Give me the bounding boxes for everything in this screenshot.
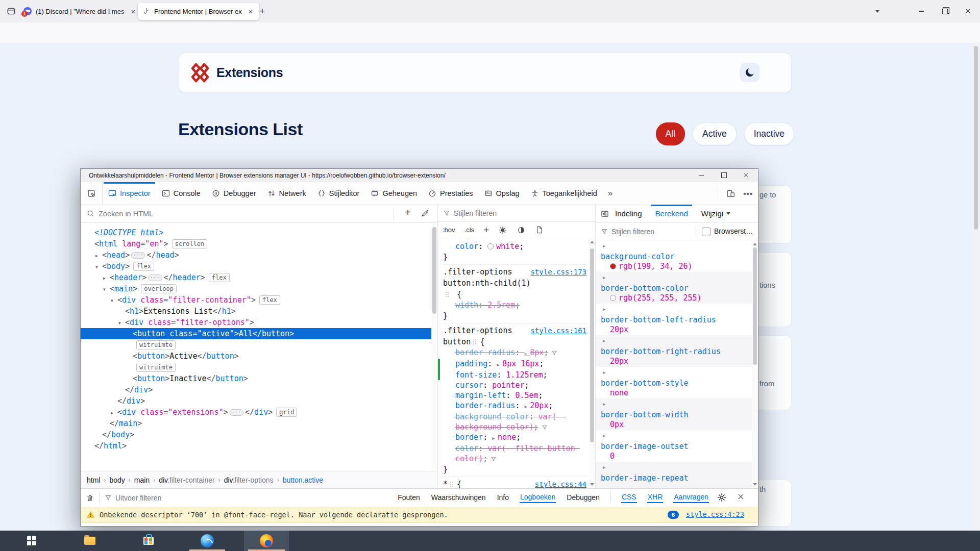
css-declaration[interactable]: margin-left: 0.5em; [443, 390, 586, 400]
breadcrumb-item[interactable]: main [134, 476, 150, 484]
dom-tree-line[interactable]: </main> [81, 418, 437, 429]
console-filter-xhr[interactable]: XHR [647, 492, 664, 503]
firefox-button[interactable] [244, 531, 289, 551]
file-explorer-button[interactable] [68, 531, 111, 551]
add-rule-icon[interactable]: + [479, 224, 494, 236]
tab-dropdown-caret-icon[interactable] [726, 212, 730, 215]
css-declaration[interactable]: color: var(--filter-button-​color); [443, 443, 586, 464]
markup-badge-witruimte[interactable]: witruimte [136, 363, 176, 372]
html-search-bar[interactable]: Zoeken in HTML + [81, 205, 437, 223]
overridden-filter-icon[interactable] [551, 350, 557, 356]
browser-tab-discord[interactable]: 1 (1) Discord | "Where did I mess × [19, 3, 142, 20]
dom-tree-line[interactable]: ▼<body>flex [81, 261, 437, 272]
filter-all-button[interactable]: All [656, 122, 685, 145]
computed-property[interactable]: ▶border-bottom-colorrgb(255, 255, 255) [596, 272, 752, 304]
css-declaration[interactable]: border-radius: ▶ 8px; [443, 347, 586, 359]
warning-source-link[interactable]: style.css:4:23 [686, 510, 744, 518]
warning-count-badge[interactable]: 6 [668, 511, 679, 519]
expand-twisty-icon[interactable]: ▶ [103, 273, 110, 284]
devtools-title-bar[interactable]: Ontwikkelaarshulpmiddelen - Frontend Men… [81, 169, 758, 183]
console-filter-debuggen[interactable]: Debuggen [566, 492, 600, 503]
css-declaration[interactable]: color: white; [443, 241, 586, 252]
computed-scrollbar[interactable] [752, 240, 758, 488]
filter-active-button[interactable]: Active [693, 122, 737, 145]
meatball-menu-icon[interactable]: ••• [743, 189, 753, 198]
breadcrumb-item[interactable]: div.filter-options [224, 476, 274, 484]
light-theme-sim-icon[interactable] [494, 226, 512, 234]
css-declaration[interactable]: cursor: pointer; [443, 380, 586, 390]
rule-drag-grip-icon[interactable] [450, 481, 455, 487]
console-filter-logboeken[interactable]: Logboeken [520, 492, 556, 503]
css-declaration[interactable]: border: ▶ none; [443, 432, 586, 443]
devtools-tab-netwerk[interactable]: Netwerk [262, 182, 312, 205]
expand-twisty-icon[interactable]: ▼ [103, 284, 110, 295]
eyedropper-icon[interactable] [421, 209, 429, 217]
pseudo-class-toggle[interactable]: :hov [438, 226, 460, 234]
dom-tree-line[interactable]: <button>Active</button> [81, 350, 437, 362]
computed-property[interactable]: ▶border-bottom-right-radius20px [596, 335, 752, 367]
dom-tree-line[interactable]: ▶<head>···</head> [81, 249, 437, 261]
stylesheet-link[interactable]: style.css:44 [535, 479, 586, 488]
window-minimize-button[interactable] [910, 0, 933, 22]
tab-wijzigingen[interactable]: Wijzigi [701, 205, 723, 223]
console-filter-aanvragen[interactable]: Aanvragen [673, 492, 709, 503]
sidebar-toggle-icon[interactable] [601, 210, 609, 218]
theme-toggle-button[interactable] [740, 63, 760, 82]
overridden-filter-icon[interactable] [542, 424, 548, 431]
rules-scrollbar[interactable] [589, 238, 595, 488]
styles-filter-bar[interactable]: Stijlen filteren [438, 205, 595, 222]
tabs-overflow-icon[interactable]: » [603, 182, 618, 205]
class-toggle[interactable]: .cls [460, 226, 479, 234]
computed-property[interactable]: ▶border-image-repeat [596, 462, 752, 488]
dom-tree-line[interactable]: ▶<header>···</header>flex [81, 272, 437, 283]
dom-tree-line[interactable]: <button>Inactive</button> [81, 373, 437, 384]
markup-badge-grid[interactable]: grid [276, 408, 297, 417]
dom-tree-line[interactable]: </div> [81, 384, 437, 395]
devtools-tab-toegankelijkheid[interactable]: Toegankelijkheid [525, 182, 603, 205]
inline-expander-icon[interactable]: ··· [230, 409, 243, 416]
expand-twisty-icon[interactable]: ▶ [111, 408, 117, 419]
dom-tree-line[interactable]: ▶<div class="extensions">···</div>grid [81, 407, 437, 418]
breadcrumb-item[interactable]: html [87, 476, 100, 484]
expand-twisty-icon[interactable]: ▼ [118, 318, 125, 329]
computed-property[interactable]: ▶border-bottom-left-radius20px [596, 304, 752, 335]
markup-badge-flex[interactable]: flex [259, 295, 280, 305]
thunderbird-button[interactable] [186, 531, 229, 551]
inline-expander-icon[interactable]: ··· [148, 274, 162, 281]
breadcrumb-item[interactable]: body [109, 476, 125, 484]
microsoft-store-button[interactable] [127, 531, 170, 551]
markup-badge-overloop[interactable]: overloop [141, 284, 177, 293]
dom-tree-line[interactable]: </div> [81, 395, 437, 407]
css-declaration[interactable]: background-color: var(--​background-colo… [443, 412, 586, 432]
print-sim-icon[interactable] [530, 226, 548, 234]
filter-inactive-button[interactable]: Inactive [744, 122, 794, 145]
dom-tree-line[interactable]: <button class="active">All</button> [81, 328, 437, 339]
trash-icon[interactable] [86, 494, 94, 502]
dom-tree-line[interactable]: <h1>Extensions List</h1> [81, 306, 437, 317]
devtools-tab-opslag[interactable]: Opslag [479, 182, 525, 205]
dom-tree-line[interactable]: ▼<main>overloop [81, 283, 437, 294]
add-node-icon[interactable]: + [405, 207, 411, 218]
stylesheet-link[interactable]: style.css:161 [530, 325, 586, 336]
devtools-minimize-button[interactable] [692, 169, 710, 182]
dom-tree-line[interactable]: </body> [81, 429, 437, 440]
tab-indeling[interactable]: Indeling [615, 205, 642, 223]
browser-styles-checkbox[interactable] [702, 228, 710, 236]
dom-tree-line[interactable]: </html> [81, 440, 437, 452]
node-picker-icon[interactable] [81, 182, 103, 205]
css-declaration[interactable]: padding: ▶ 8px 16px; [443, 359, 586, 370]
devtools-tab-debugger[interactable]: Debugger [206, 182, 262, 205]
dom-tree-line[interactable]: witruimte [81, 339, 437, 350]
css-declaration[interactable]: font-size: 1.125rem; [443, 370, 586, 380]
css-declaration[interactable]: width: 2.5rem; [443, 300, 586, 310]
dom-tree-line[interactable]: <!DOCTYPE html> [81, 227, 437, 238]
tab-close-icon[interactable]: × [246, 7, 255, 16]
devtools-tab-console[interactable]: Console [156, 182, 206, 205]
css-declaration[interactable]: border-radius: ▶ 20px; [443, 400, 586, 412]
markup-badge-flex[interactable]: flex [133, 262, 154, 271]
breadcrumb-item[interactable]: div.filter-container [159, 476, 214, 484]
dark-theme-sim-icon[interactable] [512, 226, 530, 234]
markup-badge-witruimte[interactable]: witruimte [136, 340, 176, 349]
start-button[interactable] [10, 531, 53, 551]
markup-badge-scrollen[interactable]: scrollen [172, 239, 208, 248]
